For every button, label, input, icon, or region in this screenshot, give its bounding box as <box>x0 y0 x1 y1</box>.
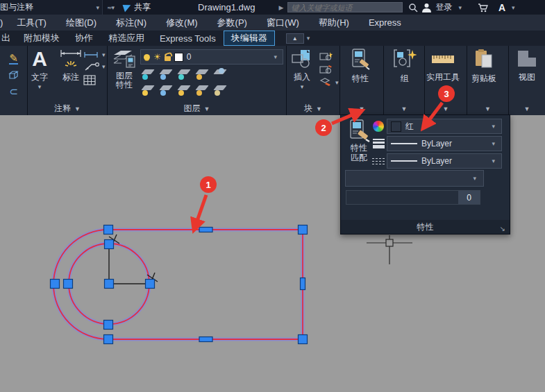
layer-isolate-icon[interactable] <box>159 68 174 80</box>
workspace-switcher[interactable]: 图与注释 ▾ <box>0 0 103 15</box>
ribbon-collapse-button[interactable]: ▲ <box>286 33 304 44</box>
grip-circle-top[interactable] <box>105 240 114 249</box>
grip-circle-left[interactable] <box>64 280 73 289</box>
properties-panel-flyout-toggle[interactable]: ▼ <box>340 102 383 115</box>
tab-block-editor[interactable]: 块编辑器 <box>224 31 275 46</box>
menu-item-dimension[interactable]: 标注(N) <box>106 17 156 29</box>
grip-top-right[interactable] <box>299 225 308 235</box>
grip-circle-bottom[interactable] <box>104 321 113 330</box>
clip-icon[interactable]: ⊂ <box>9 86 18 96</box>
grip-top-left[interactable] <box>104 225 113 235</box>
ribbon-collapse-options[interactable]: ▾ <box>307 35 310 42</box>
grip-bottom-right[interactable] <box>299 335 308 344</box>
insert-button[interactable]: 插入 ▾ <box>291 49 313 90</box>
edit-attributes-button[interactable] <box>319 65 339 74</box>
linear-dimension-button[interactable]: ▾ <box>83 51 106 58</box>
edit-block-icon[interactable]: ✎ <box>9 53 18 65</box>
share-button[interactable]: 共享 <box>118 1 156 13</box>
grip-circle-center[interactable] <box>105 280 114 289</box>
menu-item-cut[interactable]: ) <box>0 17 7 28</box>
linetype-value: ByLayer <box>421 156 452 166</box>
menu-item-help[interactable]: 帮助(H) <box>309 17 359 29</box>
utilities-button[interactable]: 实用工具 <box>426 49 460 83</box>
layer-thaw-icon: ☀ <box>153 53 161 61</box>
panel-label-annotate[interactable]: 注释▼ <box>28 102 107 115</box>
layer-properties-button[interactable]: 图层 特性 <box>112 49 137 90</box>
layer-off-icon[interactable] <box>141 68 156 80</box>
user-icon[interactable] <box>421 3 432 12</box>
grip-arc-mid[interactable] <box>51 280 60 289</box>
panel-label-block[interactable]: 块▼ <box>287 102 339 115</box>
dialog-launcher-icon[interactable]: ↘ <box>500 225 505 232</box>
properties-button[interactable]: 特性 <box>350 49 371 85</box>
table-button[interactable] <box>83 75 106 85</box>
view-button[interactable]: 视图 <box>516 49 538 83</box>
cube-icon[interactable] <box>8 70 19 80</box>
autodesk-logo[interactable]: A <box>498 2 505 13</box>
block-attribute-manager-button[interactable]: ▾ <box>319 78 339 87</box>
layer-unisolate-icon[interactable] <box>159 84 174 96</box>
tab-output-cut[interactable]: 出 <box>0 31 16 46</box>
group-button[interactable]: 组 <box>393 49 417 85</box>
lineweight-dropdown[interactable]: ByLayer ▾ <box>387 136 502 151</box>
cart-icon[interactable] <box>478 3 488 12</box>
transparency-field[interactable]: 0 <box>346 190 480 205</box>
current-layer-name: 0 <box>187 52 192 62</box>
layer-unlock-tool-icon[interactable] <box>195 84 210 96</box>
layer-make-current-icon[interactable] <box>213 68 228 80</box>
layer-thaw-all-icon[interactable] <box>177 84 192 96</box>
plot-style-dropdown[interactable]: ▾ <box>345 170 484 187</box>
grip-stretch-right[interactable] <box>301 278 305 290</box>
quick-access-expand[interactable]: ≂▾ <box>103 4 118 11</box>
utilities-panel-flyout-toggle[interactable]: ▼ <box>425 102 467 115</box>
menu-item-tools[interactable]: 工具(T) <box>7 17 56 29</box>
grip-bottom-left[interactable] <box>104 335 113 344</box>
object-color-dropdown[interactable]: 红 ▾ <box>387 119 502 134</box>
dimension-button[interactable]: 标注 <box>59 49 83 83</box>
tab-express-tools[interactable]: Express Tools <box>152 32 224 45</box>
layer-dropdown[interactable]: ☀ 0 ▾ <box>140 49 283 65</box>
share-label: 共享 <box>134 1 151 13</box>
tab-collaborate[interactable]: 协作 <box>67 31 101 46</box>
menu-item-parametric[interactable]: 参数(P) <box>208 17 257 29</box>
chevron-down-icon[interactable]: ▾ <box>509 4 518 11</box>
grip-stretch-bottom[interactable] <box>199 337 212 342</box>
chevron-down-icon[interactable]: ▾ <box>455 4 464 11</box>
create-block-button[interactable] <box>319 51 339 61</box>
flyout-footer[interactable]: 特性 ↘ <box>341 220 510 234</box>
login-button[interactable]: 登录 <box>435 1 452 13</box>
panel-label-layers[interactable]: 图层▼ <box>108 102 286 115</box>
menu-item-window[interactable]: 窗口(W) <box>257 17 309 29</box>
workspace-label: 图与注释 <box>0 1 33 13</box>
tab-featured-apps[interactable]: 精选应用 <box>101 31 152 46</box>
clipboard-panel-flyout-toggle[interactable]: ▼ <box>467 102 508 115</box>
search-icon[interactable] <box>408 3 418 12</box>
view-panel-flyout-toggle[interactable]: ▼ <box>509 102 545 115</box>
search-history-icon[interactable]: ▶ <box>278 4 283 11</box>
layer-lock-icon[interactable] <box>195 68 210 80</box>
layer-color-swatch <box>174 53 183 62</box>
text-button[interactable]: A 文字 ▾ <box>31 49 48 90</box>
panel-properties: 特性 ▼ <box>340 46 384 115</box>
leader-icon <box>83 62 100 71</box>
layer-freeze-icon[interactable] <box>177 68 192 80</box>
leader-button[interactable]: ▾ <box>83 62 106 71</box>
chevron-down-icon: ▾ <box>271 53 280 60</box>
chevron-down-icon: ▾ <box>489 123 498 130</box>
menu-item-modify[interactable]: 修改(M) <box>156 17 208 29</box>
tab-addins[interactable]: 附加模块 <box>16 31 67 46</box>
linetype-dropdown[interactable]: ByLayer ▾ <box>387 153 502 169</box>
menu-item-express[interactable]: Express <box>359 17 411 28</box>
grip-stretch-top[interactable] <box>199 228 212 232</box>
clipboard-button[interactable]: 剪贴板 <box>471 49 496 85</box>
match-properties-button[interactable]: 特性 匹配 <box>345 119 373 162</box>
layer-turn-on-icon[interactable] <box>141 84 156 96</box>
group-panel-flyout-toggle[interactable]: ▼ <box>384 102 424 115</box>
search-input[interactable] <box>288 3 402 12</box>
menu-item-draw[interactable]: 绘图(D) <box>56 17 106 29</box>
help-search-box[interactable] <box>287 2 403 12</box>
layer-match-icon[interactable] <box>213 84 228 96</box>
grip-circle-right[interactable] <box>146 280 155 289</box>
text-icon: A <box>32 49 47 69</box>
grips[interactable] <box>51 225 308 344</box>
